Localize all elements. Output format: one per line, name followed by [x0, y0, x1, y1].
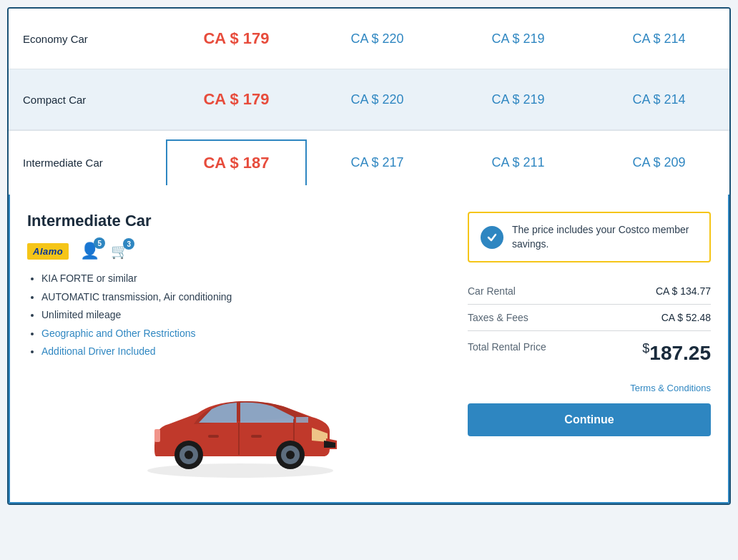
detail-right: The price includes your Costco member sa… — [468, 212, 711, 485]
car-image — [140, 370, 340, 485]
total-label: Total Rental Price — [468, 341, 546, 365]
svg-rect-11 — [208, 435, 219, 438]
total-dollar: $ — [642, 341, 649, 355]
compact-price-1[interactable]: CA $ 179 — [166, 83, 307, 116]
terms-link[interactable]: Terms & Conditions — [468, 383, 711, 393]
total-row: Total Rental Price $187.25 — [468, 334, 711, 372]
economy-price-4[interactable]: CA $ 214 — [589, 24, 729, 54]
economy-car-name: Economy Car — [9, 33, 166, 45]
svg-point-5 — [184, 451, 193, 459]
checkmark-icon — [486, 232, 498, 243]
detail-left: Intermediate Car Alamo 👤 5 🛒 3 — [27, 212, 453, 485]
feature-link-0[interactable]: Geographic and Other Restrictions — [41, 327, 453, 341]
detail-title: Intermediate Car — [27, 212, 453, 230]
luggage-badge-icon: 🛒 3 — [111, 242, 129, 260]
passenger-count: 5 — [94, 237, 105, 249]
terms-conditions-link[interactable]: Terms & Conditions — [630, 383, 711, 393]
continue-button[interactable]: Continue — [468, 403, 711, 436]
feature-list: KIA FORTE or similar AUTOMATIC transmiss… — [27, 272, 453, 359]
intermediate-price-2[interactable]: CA $ 217 — [307, 148, 448, 177]
price-breakdown: Car Rental CA $ 134.77 Taxes & Fees CA $… — [468, 278, 711, 372]
geographic-restrictions-link[interactable]: Geographic and Other Restrictions — [41, 328, 196, 339]
additional-driver-link[interactable]: Additional Driver Included — [41, 345, 156, 357]
economy-price-2[interactable]: CA $ 220 — [307, 24, 448, 54]
luggage-badge: 🛒 3 — [111, 242, 129, 260]
intermediate-car-name: Intermediate Car — [9, 157, 166, 169]
intermediate-price-3[interactable]: CA $ 211 — [448, 148, 589, 177]
compact-price-3[interactable]: CA $ 219 — [448, 85, 589, 114]
person-badge-icon: 👤 5 — [80, 242, 99, 260]
feature-link-1[interactable]: Additional Driver Included — [41, 345, 453, 359]
car-rental-value: CA $ 134.77 — [656, 285, 711, 297]
total-amount: 187.25 — [649, 343, 711, 365]
total-value: $187.25 — [642, 341, 711, 365]
car-selection-container: Economy Car CA $ 179 CA $ 220 CA $ 219 C… — [7, 7, 731, 505]
brand-row: Alamo 👤 5 🛒 3 — [27, 242, 453, 260]
svg-rect-9 — [154, 429, 160, 442]
intermediate-price-1[interactable]: CA $ 187 — [166, 139, 307, 185]
passenger-badge: 👤 5 — [80, 242, 99, 260]
compact-car-row: Compact Car CA $ 179 CA $ 220 CA $ 219 C… — [9, 69, 729, 130]
compact-price-2[interactable]: CA $ 220 — [307, 85, 448, 114]
car-rental-label: Car Rental — [468, 285, 516, 297]
svg-rect-10 — [251, 435, 262, 438]
intermediate-car-row: Intermediate Car CA $ 187 CA $ 217 CA $ … — [9, 130, 729, 195]
member-savings-text: The price includes your Costco member sa… — [512, 223, 698, 251]
check-circle-icon — [481, 226, 503, 249]
economy-price-3[interactable]: CA $ 219 — [448, 24, 589, 54]
car-rental-row: Car Rental CA $ 134.77 — [468, 278, 711, 305]
compact-car-name: Compact Car — [9, 94, 166, 106]
member-savings-box: The price includes your Costco member sa… — [468, 212, 711, 262]
economy-car-row: Economy Car CA $ 179 CA $ 220 CA $ 219 C… — [9, 9, 729, 69]
svg-point-8 — [286, 451, 295, 459]
taxes-value: CA $ 52.48 — [661, 312, 711, 323]
alamo-logo: Alamo — [27, 243, 69, 260]
feature-item-1: AUTOMATIC transmission, Air conditioning — [41, 290, 453, 305]
economy-price-1[interactable]: CA $ 179 — [166, 22, 307, 55]
intermediate-price-4[interactable]: CA $ 209 — [589, 148, 729, 177]
taxes-row: Taxes & Fees CA $ 52.48 — [468, 305, 711, 331]
detail-panel: Intermediate Car Alamo 👤 5 🛒 3 — [9, 195, 729, 503]
luggage-count: 3 — [123, 238, 134, 250]
feature-item-2: Unlimited mileage — [41, 308, 453, 323]
feature-item-0: KIA FORTE or similar — [41, 272, 453, 286]
svg-point-0 — [147, 463, 333, 478]
compact-price-4[interactable]: CA $ 214 — [589, 85, 729, 114]
car-image-area — [27, 370, 453, 485]
taxes-label: Taxes & Fees — [468, 312, 528, 323]
